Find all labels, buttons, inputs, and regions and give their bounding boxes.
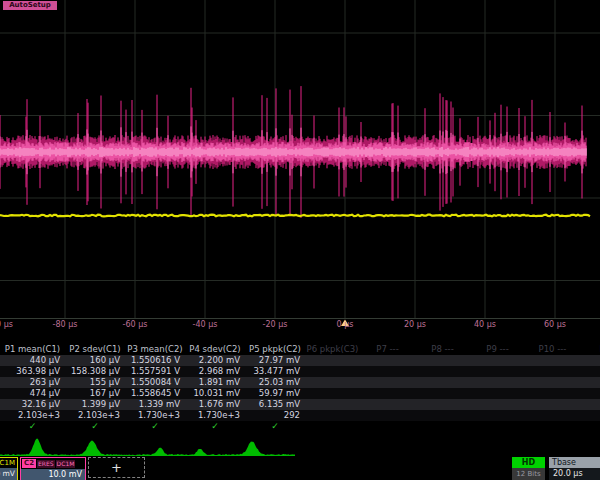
measure-cell: 1.550084 V [125, 377, 185, 388]
measure-cell: 25.03 mV [245, 377, 305, 388]
measure-status-check: ✓ [185, 421, 245, 432]
tick-label: -60 µs [123, 320, 148, 329]
measure-status-check: ✓ [0, 421, 65, 432]
measure-cell: 263 µV [0, 377, 65, 388]
tick-label: -80 µs [53, 320, 78, 329]
timebase-descriptor[interactable]: Tbase 20.0 µs [549, 457, 600, 480]
measure-header-disabled-p8[interactable]: P8 --- [415, 344, 470, 355]
measure-cell: 474 µV [0, 388, 65, 399]
tick-label: 20 µs [404, 320, 426, 329]
tick-label: 40 µs [474, 320, 496, 329]
measure-header-disabled-p11[interactable]: P11 [580, 344, 600, 355]
measure-status-check: ✓ [65, 421, 125, 432]
measure-header-disabled-p10[interactable]: P10 --- [525, 344, 580, 355]
c1-coupling-label: DC1M [0, 458, 17, 468]
measure-header-p5[interactable]: P5 pkpk(C2) [245, 344, 305, 355]
measure-cell: 158.308 µV [65, 366, 125, 377]
oscilloscope-screen: AutoSetup -100 µs-80 µs-60 µs-40 µs-20 µ… [0, 0, 600, 480]
measure-cell: 1.558645 V [125, 388, 185, 399]
descriptor-bar: DC1M 10.0 mV C2 ERES DC1M 10.0 mV + HD 1… [0, 457, 600, 480]
add-trace-button[interactable]: + [88, 457, 145, 478]
measure-cell: 1.339 mV [125, 399, 185, 410]
measure-header-p3[interactable]: P3 mean(C2) [125, 344, 185, 355]
measure-cell: 1.730e+3 [185, 410, 245, 421]
hd-bits-label: 12 Bits [512, 468, 545, 480]
c2-channel-badge: C2 [22, 459, 36, 468]
hd-label: HD [512, 457, 545, 468]
measure-cell: 2.103e+3 [65, 410, 125, 421]
measure-cell: 2.200 mV [185, 355, 245, 366]
tick-label: 0 µs [337, 320, 354, 329]
measure-header-p4[interactable]: P4 sdev(C2) [185, 344, 245, 355]
measure-cell: 1.730e+3 [125, 410, 185, 421]
c2-scale-value: 10.0 mV [21, 469, 85, 480]
tbase-value: 20.0 µs [549, 468, 600, 480]
measure-cell: 2.103e+3 [0, 410, 65, 421]
measure-cell: 33.477 mV [245, 366, 305, 377]
measure-cell: 167 µV [65, 388, 125, 399]
measure-table: P1 mean(C1)P2 sdev(C1)P3 mean(C2)P4 sdev… [0, 344, 600, 432]
measure-cell: 1.399 µV [65, 399, 125, 410]
measure-status-check: ✓ [245, 421, 305, 432]
measure-cell: 155 µV [65, 377, 125, 388]
measure-cell: 59.97 mV [245, 388, 305, 399]
measure-cell: 363.98 µV [0, 366, 65, 377]
tick-label: -20 µs [263, 320, 288, 329]
channel-descriptor-c2[interactable]: C2 ERES DC1M 10.0 mV [20, 457, 86, 480]
measure-cell: 6.135 mV [245, 399, 305, 410]
channel-descriptor-c1[interactable]: DC1M 10.0 mV [0, 457, 18, 480]
status-badge: AutoSetup [3, 1, 57, 10]
measure-cell: 1.557591 V [125, 366, 185, 377]
measure-cell: 1.550616 V [125, 355, 185, 366]
measure-cell: 32.16 µV [0, 399, 65, 410]
measure-cell: 27.97 mV [245, 355, 305, 366]
measure-header-p2[interactable]: P2 sdev(C1) [65, 344, 125, 355]
tick-label: -40 µs [193, 320, 218, 329]
measure-header-disabled-p9[interactable]: P9 --- [470, 344, 525, 355]
c1-scale-value: 10.0 mV [0, 468, 17, 480]
measure-status-check: ✓ [125, 421, 185, 432]
measure-cell: 1.676 mV [185, 399, 245, 410]
measure-cell: 2.968 mV [185, 366, 245, 377]
c2-coupling-tag: DC1M [56, 460, 76, 468]
measure-header-disabled-p6[interactable]: P6 pkpk(C3) [305, 344, 360, 355]
c2-eres-tag: ERES [37, 460, 55, 468]
tbase-label: Tbase [549, 457, 600, 468]
tick-label: 60 µs [544, 320, 566, 329]
plot-area[interactable] [0, 0, 600, 318]
measure-cell: 292 [245, 410, 305, 421]
hd-mode-badge[interactable]: HD 12 Bits [512, 457, 545, 480]
measure-header-disabled-p7[interactable]: P7 --- [360, 344, 415, 355]
measure-cell: 1.891 mV [185, 377, 245, 388]
tick-label: -100 µs [0, 320, 13, 329]
measure-cell: 10.031 mV [185, 388, 245, 399]
measure-header-p1[interactable]: P1 mean(C1) [0, 344, 65, 355]
measure-cell: 440 µV [0, 355, 65, 366]
measure-cell: 160 µV [65, 355, 125, 366]
